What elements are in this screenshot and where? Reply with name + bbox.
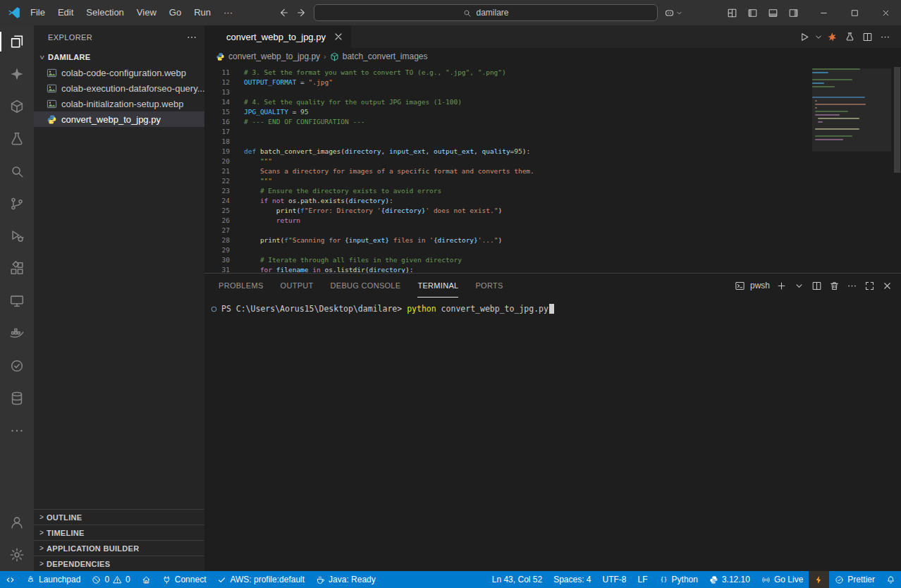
activitybar-accounts[interactable] <box>0 506 34 539</box>
activitybar-docker[interactable] <box>0 317 34 350</box>
activitybar-extensions[interactable] <box>0 252 34 285</box>
arrow-right-icon[interactable] <box>296 7 307 18</box>
terminal-toolbar-expand[interactable] <box>861 277 878 294</box>
assistant-menu[interactable] <box>664 8 683 18</box>
minimap[interactable] <box>812 68 891 142</box>
explorer-more-icon[interactable] <box>186 32 197 43</box>
code-editor[interactable]: 11# 3. Set the format you want to conver… <box>204 65 901 273</box>
close-button[interactable] <box>870 0 901 25</box>
activitybar-source-control[interactable] <box>0 188 34 220</box>
terminal-toolbar-ellipsis[interactable] <box>843 277 860 294</box>
status-problems[interactable]: 00 <box>86 571 135 588</box>
status-prettier[interactable]: Prettier <box>829 571 881 588</box>
minimap-line <box>812 82 824 84</box>
chevron-down-icon <box>675 9 683 17</box>
maximize-button[interactable] <box>839 0 870 25</box>
line-number: 22 <box>204 176 230 186</box>
activitybar-database[interactable] <box>0 382 34 415</box>
panel-tab-debug-console[interactable]: DEBUG CONSOLE <box>331 274 401 298</box>
panel-tab-problems[interactable]: PROBLEMS <box>219 274 264 298</box>
menu-selection[interactable]: Selection <box>80 4 130 22</box>
nav-controls <box>278 7 307 18</box>
menu-go[interactable]: Go <box>163 4 188 22</box>
status-language-mode[interactable]: {}Python <box>654 571 704 588</box>
panel-bottom-button[interactable] <box>763 3 783 23</box>
line-number: 21 <box>204 166 230 176</box>
activitybar-more[interactable] <box>0 415 34 447</box>
terminal[interactable]: PS C:\Users\Aorus15\Desktop\damilare> py… <box>204 298 901 571</box>
activitybar-package[interactable] <box>0 90 34 123</box>
activitybar-search[interactable] <box>0 155 34 188</box>
editor-action-split-editor[interactable] <box>859 28 876 45</box>
status-home[interactable] <box>136 571 157 588</box>
workspace-folder[interactable]: > DAMILARE <box>34 49 204 65</box>
activitybar-chat[interactable] <box>0 58 34 90</box>
status-cursor-position[interactable]: Ln 43, Col 52 <box>486 571 548 588</box>
terminal-toolbar-terminal-prompt[interactable] <box>732 277 749 294</box>
shell-label[interactable]: pwsh <box>750 281 770 290</box>
section-dependencies[interactable]: >DEPENDENCIES <box>34 556 204 571</box>
menu-file[interactable]: File <box>24 4 51 22</box>
section-application-builder[interactable]: >APPLICATION BUILDER <box>34 540 204 556</box>
terminal-argument: convert_webp_to_jpg.py <box>441 304 548 314</box>
status-connect[interactable]: Connect <box>157 571 212 588</box>
file-colab-execution-dataforseo-query....[interactable]: colab-execution-dataforseo-query.... <box>34 80 204 96</box>
editor-action-ellipsis[interactable] <box>876 28 894 45</box>
panel-tab-terminal[interactable]: TERMINAL <box>417 274 458 298</box>
search-box[interactable]: damilare <box>314 4 658 21</box>
menu-view[interactable]: View <box>130 4 163 22</box>
scrollbar-thumb[interactable] <box>894 67 900 173</box>
file-colab-code-configuration.webp[interactable]: colab-code-configuration.webp <box>34 65 204 80</box>
minimize-button[interactable] <box>808 0 839 25</box>
editor-action-run[interactable] <box>796 28 814 45</box>
menu-edit[interactable]: Edit <box>51 4 80 22</box>
breadcrumb-item[interactable]: batch_convert_images <box>330 51 428 61</box>
activitybar-toolkit[interactable] <box>0 350 34 382</box>
status-python-interpreter[interactable]: 3.12.10 <box>704 571 756 588</box>
menu-run[interactable]: Run <box>188 4 217 22</box>
panel-left-button[interactable] <box>742 3 763 23</box>
terminal-toolbar-close[interactable] <box>878 277 895 294</box>
close-tab-icon[interactable] <box>333 31 344 42</box>
status-launchpad[interactable]: Launchpad <box>20 571 86 588</box>
status-bar: Launchpad00ConnectAWS: profile:defaultJa… <box>0 571 901 588</box>
file-convert_webp_to_jpg.py[interactable]: convert_webp_to_jpg.py <box>34 111 204 127</box>
terminal-command-line: PS C:\Users\Aorus15\Desktop\damilare> py… <box>210 302 901 315</box>
tab-convert-webp-to-jpg[interactable]: convert_webp_to_jpg.py <box>204 25 351 48</box>
status-notifications[interactable] <box>881 571 901 588</box>
panel-tab-output[interactable]: OUTPUT <box>281 274 314 298</box>
menu-more[interactable]: ··· <box>217 4 239 22</box>
status-remote[interactable] <box>0 571 20 588</box>
activitybar-remote-explorer[interactable] <box>0 285 34 317</box>
arrow-left-icon[interactable] <box>278 7 289 18</box>
layout-grid-button[interactable] <box>722 3 742 23</box>
panel-tab-ports[interactable]: PORTS <box>475 274 503 298</box>
activitybar-settings[interactable] <box>0 539 34 571</box>
status-eol[interactable]: LF <box>632 571 654 588</box>
section-timeline[interactable]: >TIMELINE <box>34 525 204 540</box>
terminal-toolbar-chevron-down[interactable] <box>790 277 807 294</box>
status-go-live[interactable]: Go Live <box>756 571 809 588</box>
status-aws-profile[interactable]: AWS: profile:default <box>212 571 310 588</box>
editor-action-flask[interactable] <box>841 28 859 45</box>
status-encoding[interactable]: UTF-8 <box>597 571 632 588</box>
status-lightning[interactable] <box>809 571 829 588</box>
run-icon <box>799 32 810 42</box>
minimap-line <box>815 128 859 130</box>
line-number: 13 <box>204 87 230 97</box>
editor-action-starburst[interactable] <box>823 28 841 45</box>
breadcrumb-label: convert_webp_to_jpg.py <box>228 51 320 61</box>
activitybar-explorer[interactable] <box>0 25 34 58</box>
section-outline[interactable]: >OUTLINE <box>34 509 204 525</box>
editor-action-chevron-down[interactable] <box>814 28 823 45</box>
panel-right-button[interactable] <box>783 3 804 23</box>
status-java-status[interactable]: Java: Ready <box>310 571 381 588</box>
status-indentation[interactable]: Spaces: 4 <box>548 571 596 588</box>
terminal-toolbar-plus[interactable] <box>773 277 790 294</box>
breadcrumb-item[interactable]: convert_webp_to_jpg.py <box>216 51 320 61</box>
terminal-toolbar-split-editor[interactable] <box>808 277 825 294</box>
terminal-toolbar-trash[interactable] <box>826 277 842 294</box>
activitybar-run-debug[interactable] <box>0 220 34 252</box>
activitybar-testing[interactable] <box>0 123 34 155</box>
file-colab-initialization-setup.webp[interactable]: colab-initialization-setup.webp <box>34 96 204 111</box>
